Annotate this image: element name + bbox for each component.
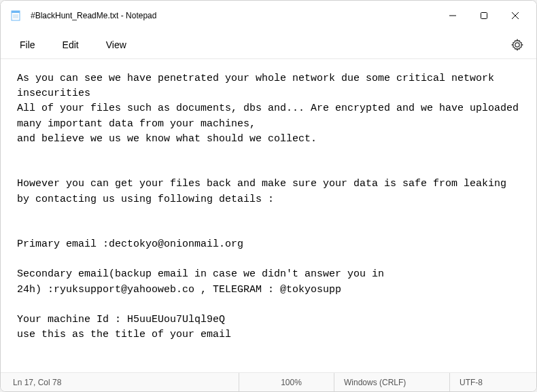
maximize-button[interactable]: [468, 5, 500, 26]
status-zoom[interactable]: 100%: [239, 373, 334, 391]
svg-rect-1: [12, 11, 20, 13]
minimize-button[interactable]: [437, 5, 468, 26]
status-position: Ln 17, Col 78: [13, 373, 239, 391]
close-button[interactable]: [500, 5, 531, 26]
statusbar: Ln 17, Col 78 100% Windows (CRLF) UTF-8: [1, 372, 536, 391]
document-text: As you can see we have penetrated your w…: [17, 73, 525, 372]
settings-button[interactable]: [505, 33, 530, 57]
svg-rect-6: [481, 13, 487, 19]
text-editor-content[interactable]: As you can see we have penetrated your w…: [1, 59, 536, 372]
status-lineending: Windows (CRLF): [334, 373, 449, 391]
gear-icon: [511, 39, 523, 51]
notepad-icon: [10, 10, 21, 21]
menu-view[interactable]: View: [94, 35, 139, 54]
titlebar[interactable]: #BlackHunt_ReadMe.txt - Notepad: [1, 1, 536, 31]
menu-file[interactable]: File: [7, 35, 48, 54]
menubar: File Edit View: [1, 31, 536, 59]
menu-edit[interactable]: Edit: [50, 35, 91, 54]
notepad-window: #BlackHunt_ReadMe.txt - Notepad File Edi…: [0, 0, 537, 392]
window-title: #BlackHunt_ReadMe.txt - Notepad: [31, 11, 156, 20]
status-encoding: UTF-8: [449, 373, 524, 391]
